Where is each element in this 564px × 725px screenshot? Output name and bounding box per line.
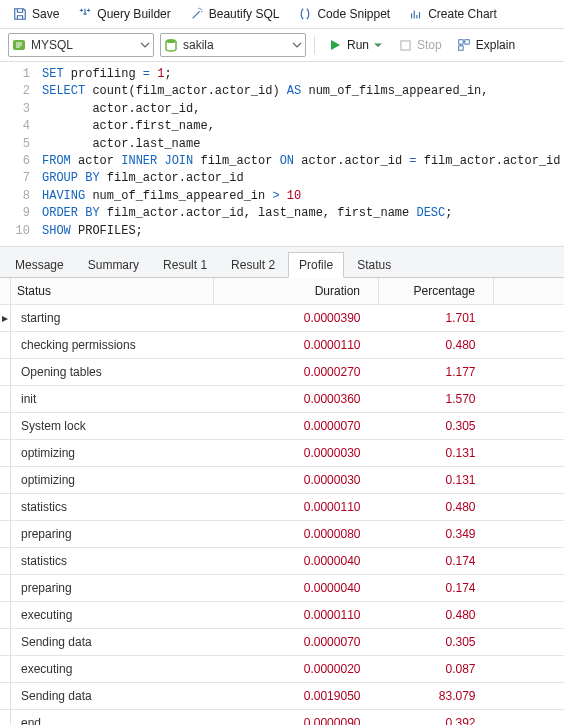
col-duration[interactable]: Duration bbox=[214, 278, 379, 305]
code-snippet-label: Code Snippet bbox=[317, 7, 390, 21]
sql-editor[interactable]: 1SET profiling = 1;2SELECT count(film_ac… bbox=[0, 62, 564, 247]
cell-percentage: 0.174 bbox=[379, 574, 494, 601]
table-row[interactable]: statistics0.00001100.480 bbox=[0, 493, 564, 520]
row-selector[interactable] bbox=[0, 358, 11, 385]
svg-rect-4 bbox=[465, 40, 469, 44]
chevron-down-icon bbox=[137, 40, 153, 50]
row-selector[interactable] bbox=[0, 628, 11, 655]
row-selector[interactable] bbox=[0, 331, 11, 358]
code-token: ON bbox=[280, 154, 294, 168]
row-selector[interactable] bbox=[0, 493, 11, 520]
table-row[interactable]: System lock0.00000700.305 bbox=[0, 412, 564, 439]
code-token: = bbox=[143, 67, 150, 81]
table-row[interactable]: Sending data0.001905083.079 bbox=[0, 682, 564, 709]
tab-profile[interactable]: Profile bbox=[288, 252, 344, 278]
table-row[interactable]: executing0.00000200.087 bbox=[0, 655, 564, 682]
tab-message[interactable]: Message bbox=[4, 252, 75, 277]
code-token: film_actor.actor_id, last_name, first_na… bbox=[100, 206, 417, 220]
connection-select[interactable]: MYSQL bbox=[8, 33, 154, 57]
tab-result-1[interactable]: Result 1 bbox=[152, 252, 218, 277]
cell-duration: 0.0000030 bbox=[214, 466, 379, 493]
tab-result-2[interactable]: Result 2 bbox=[220, 252, 286, 277]
cell-spacer bbox=[494, 520, 565, 547]
table-row[interactable]: init0.00003601.570 bbox=[0, 385, 564, 412]
code-snippet-button[interactable]: Code Snippet bbox=[293, 4, 394, 24]
cell-percentage: 1.570 bbox=[379, 385, 494, 412]
separator bbox=[314, 36, 315, 54]
cell-status: checking permissions bbox=[11, 331, 214, 358]
table-row[interactable]: ▸starting0.00003901.701 bbox=[0, 304, 564, 331]
play-icon bbox=[327, 37, 343, 53]
table-row[interactable]: Sending data0.00000700.305 bbox=[0, 628, 564, 655]
cell-duration: 0.0000110 bbox=[214, 331, 379, 358]
line-number: 8 bbox=[0, 188, 42, 205]
code-token: HAVING bbox=[42, 189, 85, 203]
row-selector[interactable] bbox=[0, 709, 11, 725]
chevron-down-icon bbox=[373, 37, 383, 53]
query-builder-button[interactable]: Query Builder bbox=[73, 4, 174, 24]
cell-status: optimizing bbox=[11, 439, 214, 466]
table-row[interactable]: checking permissions0.00001100.480 bbox=[0, 331, 564, 358]
table-row[interactable]: optimizing0.00000300.131 bbox=[0, 466, 564, 493]
explain-button[interactable]: Explain bbox=[452, 35, 519, 55]
create-chart-label: Create Chart bbox=[428, 7, 497, 21]
explain-label: Explain bbox=[476, 38, 515, 52]
row-selector[interactable] bbox=[0, 547, 11, 574]
stop-label: Stop bbox=[417, 38, 442, 52]
row-selector[interactable] bbox=[0, 466, 11, 493]
code-token: = bbox=[409, 154, 416, 168]
cell-duration: 0.0000270 bbox=[214, 358, 379, 385]
code-token: actor.actor_id, bbox=[42, 102, 200, 116]
row-selector[interactable] bbox=[0, 682, 11, 709]
cell-percentage: 0.174 bbox=[379, 547, 494, 574]
tab-summary[interactable]: Summary bbox=[77, 252, 150, 277]
table-row[interactable]: end0.00000900.392 bbox=[0, 709, 564, 725]
database-select[interactable]: sakila bbox=[160, 33, 306, 57]
code-token: actor bbox=[71, 154, 121, 168]
row-selector[interactable] bbox=[0, 520, 11, 547]
beautify-label: Beautify SQL bbox=[209, 7, 280, 21]
cell-duration: 0.0000080 bbox=[214, 520, 379, 547]
svg-rect-5 bbox=[458, 46, 462, 50]
table-header-row: Status Duration Percentage bbox=[0, 278, 564, 305]
code-token: SELECT bbox=[42, 84, 85, 98]
line-number: 4 bbox=[0, 118, 42, 135]
table-row[interactable]: Opening tables0.00002701.177 bbox=[0, 358, 564, 385]
code-token: actor.actor_id bbox=[294, 154, 409, 168]
stop-button[interactable]: Stop bbox=[393, 35, 446, 55]
row-selector[interactable] bbox=[0, 655, 11, 682]
code-token: film_actor.actor_id bbox=[100, 171, 244, 185]
table-row[interactable]: preparing0.00000800.349 bbox=[0, 520, 564, 547]
tab-status[interactable]: Status bbox=[346, 252, 402, 277]
line-number: 7 bbox=[0, 170, 42, 187]
code-token: ; bbox=[164, 67, 171, 81]
row-selector[interactable] bbox=[0, 439, 11, 466]
col-status[interactable]: Status bbox=[11, 278, 214, 305]
cell-duration: 0.0000090 bbox=[214, 709, 379, 725]
row-selector[interactable] bbox=[0, 385, 11, 412]
cell-percentage: 0.480 bbox=[379, 331, 494, 358]
row-selector[interactable] bbox=[0, 601, 11, 628]
cell-spacer bbox=[494, 709, 565, 725]
create-chart-button[interactable]: Create Chart bbox=[404, 4, 501, 24]
save-button[interactable]: Save bbox=[8, 4, 63, 24]
col-percentage[interactable]: Percentage bbox=[379, 278, 494, 305]
svg-rect-2 bbox=[400, 40, 409, 49]
table-row[interactable]: optimizing0.00000300.131 bbox=[0, 439, 564, 466]
col-spacer bbox=[494, 278, 565, 305]
table-row[interactable]: preparing0.00000400.174 bbox=[0, 574, 564, 601]
cell-spacer bbox=[494, 547, 565, 574]
database-icon bbox=[161, 35, 181, 55]
cell-duration: 0.0000390 bbox=[214, 304, 379, 331]
row-selector[interactable] bbox=[0, 574, 11, 601]
beautify-button[interactable]: Beautify SQL bbox=[185, 4, 284, 24]
row-selector[interactable] bbox=[0, 412, 11, 439]
table-row[interactable]: executing0.00001100.480 bbox=[0, 601, 564, 628]
cell-duration: 0.0000070 bbox=[214, 412, 379, 439]
cell-duration: 0.0000110 bbox=[214, 601, 379, 628]
table-row[interactable]: statistics0.00000400.174 bbox=[0, 547, 564, 574]
run-button[interactable]: Run bbox=[323, 35, 387, 55]
cell-status: preparing bbox=[11, 574, 214, 601]
cell-spacer bbox=[494, 304, 565, 331]
row-selector[interactable]: ▸ bbox=[0, 304, 11, 331]
